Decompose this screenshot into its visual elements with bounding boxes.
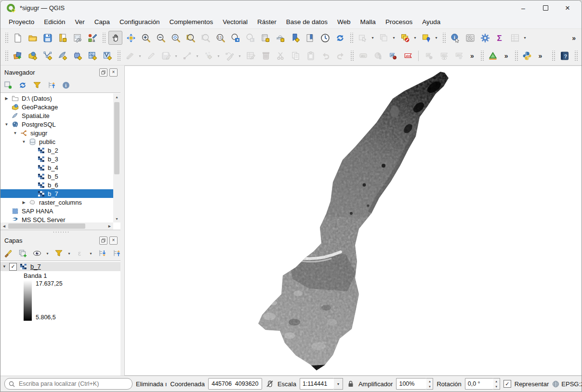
toolbar-grip[interactable]: [4, 51, 8, 61]
save-project-button[interactable]: [41, 31, 54, 44]
new-virtual-layer-button[interactable]: [101, 50, 114, 63]
dock-splitter[interactable]: [120, 65, 124, 376]
zoom-out-button[interactable]: [154, 31, 167, 44]
toolbar1-overflow-button[interactable]: »: [569, 34, 579, 42]
zoom-next-button[interactable]: [244, 31, 257, 44]
change-label-button[interactable]: abc: [452, 50, 465, 63]
select-by-location-dropdown[interactable]: ▾: [434, 36, 439, 40]
tree-item-spatialite[interactable]: SpatiaLite: [0, 111, 113, 120]
magnifier-input[interactable]: [396, 378, 426, 390]
open-project-button[interactable]: [26, 31, 39, 44]
menu-complementos[interactable]: Complementos: [165, 17, 217, 27]
toolbar-grip[interactable]: [102, 33, 106, 43]
new-map-view-button[interactable]: [259, 31, 272, 44]
tree-item-sigugr-connection[interactable]: ▼sigugr: [0, 129, 113, 137]
vertex-tool-dropdown[interactable]: ▾: [237, 54, 242, 58]
delete-selected-button[interactable]: [259, 50, 272, 63]
zoom-full-button[interactable]: [169, 31, 182, 44]
deselect-dropdown[interactable]: ▾: [412, 36, 418, 40]
scale-dropdown-button[interactable]: ▾: [334, 378, 343, 390]
field-calculator-button[interactable]: [463, 31, 476, 44]
options-button[interactable]: [478, 31, 491, 44]
menu-configuracion[interactable]: Configuración: [115, 17, 164, 27]
menu-ver[interactable]: Ver: [71, 17, 89, 27]
new-print-layout-button[interactable]: [56, 31, 69, 44]
scale-input[interactable]: [300, 378, 334, 390]
browser-refresh-button[interactable]: [17, 79, 28, 91]
new-spatialite-layer-button[interactable]: [56, 50, 69, 63]
pin-labels-button[interactable]: ab: [386, 50, 399, 63]
browser-filter-button[interactable]: [31, 79, 43, 91]
layer-visibility-checkbox[interactable]: ✓: [9, 263, 17, 271]
tree-item-b2[interactable]: b_2: [0, 146, 113, 155]
tree-item-b4[interactable]: b_4: [0, 163, 113, 172]
add-feature-button[interactable]: [181, 50, 194, 63]
scroll-right-icon[interactable]: ▶: [106, 222, 113, 230]
scroll-up-icon[interactable]: ▲: [113, 93, 120, 101]
tree-item-b6[interactable]: b_6: [0, 181, 113, 189]
deselect-features-button[interactable]: [398, 31, 411, 44]
toolbar-grip[interactable]: [480, 51, 484, 61]
panel-splitter[interactable]: [0, 230, 120, 234]
refresh-map-button[interactable]: [333, 31, 346, 44]
digitize-dropdown[interactable]: ▾: [173, 54, 179, 58]
browser-add-layer-button[interactable]: [2, 79, 14, 91]
zoom-last-button[interactable]: [229, 31, 242, 44]
attribute-table-button[interactable]: [508, 31, 521, 44]
paste-features-button[interactable]: [304, 50, 317, 63]
add-record-button[interactable]: [202, 50, 215, 63]
tree-item-postgresql[interactable]: ▼PostgreSQL: [0, 120, 113, 129]
new-spatial-bookmark-button[interactable]: [289, 31, 302, 44]
toolbar-grip[interactable]: [349, 33, 353, 43]
menu-vectorial[interactable]: Vectorial: [218, 17, 252, 27]
browser-properties-button[interactable]: i: [60, 79, 72, 91]
new-shapefile-layer-button[interactable]: [41, 50, 54, 63]
maximize-button[interactable]: [534, 0, 556, 15]
highlight-pinned-labels-button[interactable]: abc: [401, 50, 414, 63]
current-edits-dropdown[interactable]: ▾: [137, 54, 143, 58]
layer-labeling-button[interactable]: abc: [357, 50, 370, 63]
select-by-location-button[interactable]: [420, 31, 433, 44]
scroll-down-icon[interactable]: ▼: [113, 215, 120, 222]
cut-features-button[interactable]: [274, 50, 287, 63]
tree-item-ms-sql-server[interactable]: MS SQL Server: [0, 215, 113, 222]
tree-item-b5[interactable]: b_5: [0, 172, 113, 181]
show-hidden-labels-button[interactable]: abc: [437, 50, 450, 63]
identify-features-button[interactable]: i: [449, 31, 462, 44]
tree-item-geopackage[interactable]: GeoPackage: [0, 103, 113, 111]
toolbar-grip[interactable]: [514, 51, 518, 61]
browser-close-button[interactable]: ×: [109, 68, 118, 77]
browser-float-button[interactable]: [99, 68, 107, 77]
browser-collapse-all-button[interactable]: [46, 79, 57, 91]
select-by-form-dropdown[interactable]: ▾: [391, 36, 397, 40]
select-features-button[interactable]: [356, 31, 369, 44]
show-bookmarks-button[interactable]: [304, 31, 317, 44]
redo-button[interactable]: [334, 50, 347, 63]
magnifier-spinner[interactable]: ▲▼: [426, 378, 433, 390]
layers-float-button[interactable]: [99, 236, 107, 245]
statistical-summary-button[interactable]: Σ: [493, 31, 506, 44]
coordinate-toggle-icon[interactable]: [265, 379, 274, 388]
menu-edicion[interactable]: Edición: [40, 17, 69, 27]
new-temporary-layer-button[interactable]: [71, 50, 84, 63]
python-console-button[interactable]: [521, 50, 534, 63]
add-group-button[interactable]: [17, 248, 28, 259]
menu-capa[interactable]: Capa: [90, 17, 114, 27]
zoom-native-resolution-button[interactable]: 1:1: [214, 31, 227, 44]
menu-procesos[interactable]: Procesos: [381, 17, 417, 27]
toolbar-grip[interactable]: [4, 33, 8, 43]
menu-proyecto[interactable]: Proyecto: [4, 17, 39, 27]
tree-item-raster-columns[interactable]: ▶raster_columns: [0, 198, 113, 207]
new-3d-map-view-button[interactable]: [274, 31, 287, 44]
copy-features-button[interactable]: [289, 50, 302, 63]
minimize-button[interactable]: –: [512, 0, 534, 15]
expander-icon[interactable]: ▼: [20, 140, 28, 144]
expand-all-button[interactable]: [96, 248, 108, 259]
tree-item-public-schema[interactable]: ▼public: [0, 137, 113, 146]
help-button[interactable]: ?: [558, 50, 571, 63]
python-toolbar-overflow-button[interactable]: »: [536, 52, 545, 60]
crs-status[interactable]: EPSG:25830: [552, 380, 582, 388]
new-mesh-layer-button[interactable]: [86, 50, 99, 63]
menu-base-de-datos[interactable]: Base de datos: [282, 17, 332, 27]
scroll-left-icon[interactable]: ◀: [0, 222, 8, 230]
